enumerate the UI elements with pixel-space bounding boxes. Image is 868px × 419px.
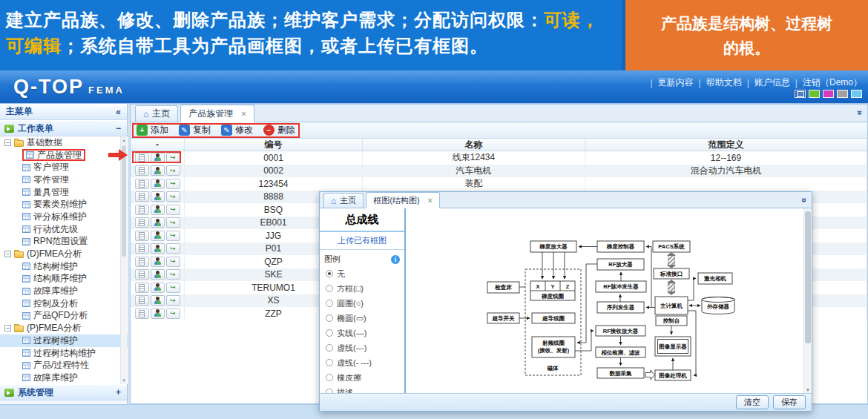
tree-item[interactable]: 控制及分析 (0, 297, 128, 310)
row-share-button[interactable]: ↪ (166, 153, 180, 163)
header-name[interactable]: 名称 (363, 139, 585, 151)
row-user-button[interactable] (151, 165, 165, 176)
tree-item[interactable]: 产品QFD分析 (0, 310, 128, 323)
tree-item[interactable]: 产品/过程特性 (0, 359, 128, 372)
close-icon[interactable]: × (241, 109, 246, 118)
header-link[interactable]: 帮助文档 (706, 76, 742, 89)
info-icon[interactable]: i (391, 255, 400, 264)
row-doc-button[interactable] (135, 269, 149, 280)
sidebar-collapse-icon[interactable]: « (116, 107, 121, 117)
table-row[interactable]: ↪123454装配 (131, 177, 867, 191)
row-doc-button[interactable] (135, 179, 149, 189)
radio-button[interactable] (326, 270, 333, 277)
legend-option[interactable]: 无 (320, 266, 404, 281)
row-user-button[interactable] (151, 257, 165, 267)
scroll-down-icon[interactable]: ▼ (804, 388, 812, 392)
header-code[interactable]: 编号 (185, 139, 363, 151)
radio-button[interactable] (326, 285, 333, 292)
radio-button[interactable] (326, 374, 333, 381)
tree-item[interactable]: 产品族管理 (0, 149, 128, 162)
row-doc-button[interactable] (135, 217, 149, 228)
tab-home[interactable]: ⌂ 主页 (135, 105, 178, 122)
tree-item[interactable]: 过程树维护 (0, 334, 128, 347)
tree-item[interactable]: 评分标准维护 (0, 211, 128, 223)
sidebar-section-worksheets[interactable]: 工作表单 − (0, 120, 127, 136)
row-share-button[interactable]: ↪ (166, 283, 180, 293)
table-row[interactable]: ↪0001线束1243412--169 (131, 151, 867, 165)
row-user-button[interactable] (151, 217, 165, 228)
tree-item[interactable]: 结构顺序维护 (0, 273, 128, 286)
row-doc-button[interactable] (135, 153, 149, 163)
tree-item[interactable]: 量具管理 (0, 186, 128, 199)
scroll-down-icon[interactable]: ▼ (121, 378, 127, 383)
tree-item[interactable]: 要素类别维护 (0, 198, 128, 211)
radio-button[interactable] (326, 329, 333, 337)
header-link[interactable]: 注销（Demo） (803, 76, 862, 89)
legend-option[interactable]: 虚线(---) (320, 340, 404, 355)
theme-swatch[interactable] (795, 90, 806, 98)
radio-button[interactable] (326, 314, 333, 322)
scroll-up-icon[interactable]: ▲ (121, 138, 127, 142)
legend-option[interactable]: 方框(□) (320, 281, 404, 296)
legend-option[interactable]: 椭圆(▭) (320, 311, 404, 326)
close-icon[interactable]: × (428, 196, 433, 205)
tree-folder[interactable]: −基础数据 (0, 136, 128, 149)
diagram-canvas[interactable]: 梯度放大器 梯度控制器 PACS系统 RF放大器 标准接口 激光相机 检查床 X… (406, 208, 812, 393)
row-doc-button[interactable] (135, 205, 149, 215)
expander-icon[interactable]: − (4, 251, 11, 257)
row-user-button[interactable] (151, 243, 165, 254)
row-share-button[interactable]: ↪ (166, 191, 180, 202)
expander-icon[interactable]: − (4, 139, 11, 146)
row-doc-button[interactable] (135, 283, 149, 293)
row-share-button[interactable]: ↪ (166, 295, 180, 306)
header-actions[interactable]: - (131, 139, 185, 151)
theme-swatch[interactable] (837, 90, 848, 98)
edit-button[interactable]: ✎修改 (221, 124, 253, 136)
row-share-button[interactable]: ↪ (166, 165, 180, 176)
row-share-button[interactable]: ↪ (166, 269, 180, 280)
row-user-button[interactable] (151, 283, 165, 293)
row-share-button[interactable]: ↪ (166, 179, 180, 189)
legend-option[interactable]: 圆圈(○) (320, 296, 404, 311)
tree-item[interactable]: 故障库维护 (0, 285, 128, 297)
row-doc-button[interactable] (135, 165, 149, 176)
row-share-button[interactable]: ↪ (166, 231, 180, 241)
header-link[interactable]: 账户信息 (754, 76, 790, 89)
theme-swatch[interactable] (851, 90, 862, 98)
row-user-button[interactable] (151, 295, 165, 306)
scrollbar-thumb[interactable] (805, 211, 811, 343)
row-share-button[interactable]: ↪ (166, 217, 180, 228)
row-user-button[interactable] (151, 191, 165, 202)
tree-folder[interactable]: −(P)FMEA分析 (0, 322, 128, 334)
tree-item[interactable]: 行动优先级 (0, 223, 128, 236)
tabbar-collapse-icon[interactable]: « (855, 110, 865, 116)
scrollbar-thumb[interactable] (122, 145, 126, 257)
row-doc-button[interactable] (135, 309, 149, 319)
row-share-button[interactable]: ↪ (166, 309, 180, 319)
row-user-button[interactable] (151, 231, 165, 241)
dialog-tabbar-collapse-icon[interactable]: « (799, 198, 809, 203)
row-doc-button[interactable] (135, 231, 149, 241)
row-user-button[interactable] (151, 205, 165, 215)
row-user-button[interactable] (151, 309, 165, 319)
header-link[interactable]: 更新内容 (658, 76, 694, 89)
legend-option[interactable]: 橡皮擦 (320, 370, 404, 385)
upload-diagram-link[interactable]: 上传已有框图 (320, 232, 404, 250)
row-user-button[interactable] (151, 269, 165, 280)
sidebar-section-system[interactable]: 系统管理 + (0, 384, 127, 400)
copy-button[interactable]: ✎复制 (179, 124, 211, 136)
theme-swatch[interactable] (809, 90, 820, 98)
save-button[interactable]: 保存 (773, 395, 806, 409)
delete-button[interactable]: −删除 (263, 124, 295, 136)
row-doc-button[interactable] (135, 191, 149, 202)
row-doc-button[interactable] (135, 243, 149, 254)
header-range[interactable]: 范围定义 (585, 139, 867, 151)
tree-item[interactable]: 零件管理 (0, 174, 128, 186)
row-doc-button[interactable] (135, 295, 149, 306)
radio-button[interactable] (326, 344, 333, 352)
radio-button[interactable] (326, 300, 333, 307)
tree-item[interactable]: 结构树维护 (0, 260, 128, 273)
legend-option[interactable]: 实线(—) (320, 326, 404, 340)
table-row[interactable]: ↪0002汽车电机混合动力汽车电机 (131, 165, 867, 178)
tree-folder[interactable]: −(D)FMEA分析 (0, 248, 128, 260)
